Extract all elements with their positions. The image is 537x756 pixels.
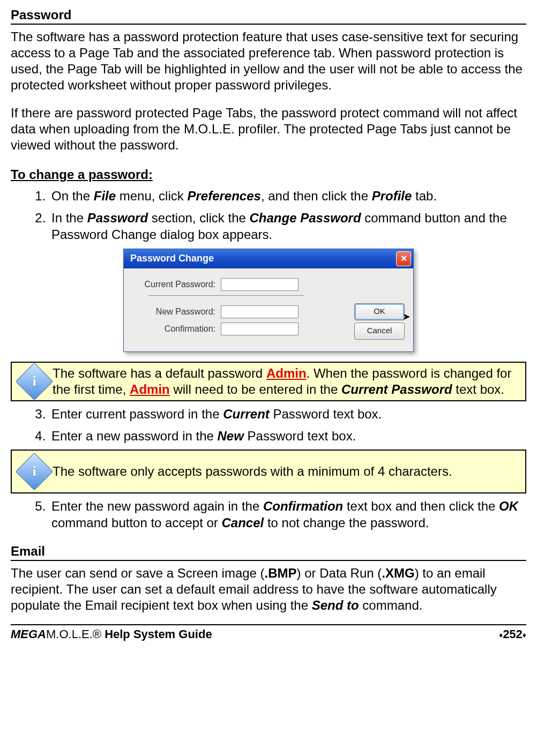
cancel-button[interactable]: Cancel	[354, 323, 405, 340]
dialog-title: Password Change	[130, 253, 214, 264]
step-1: On the File menu, click Preferences, and…	[49, 188, 526, 204]
password-description-1: The software has a password protection f…	[11, 29, 526, 93]
step-4: Enter a new password in the New Password…	[49, 428, 526, 444]
section-heading-email: Email	[11, 544, 526, 561]
change-password-heading: To change a password:	[11, 167, 526, 182]
dialog-close-button[interactable]: ✕	[396, 251, 411, 266]
new-password-input[interactable]	[221, 305, 299, 318]
step-2: In the Password section, click the Chang…	[49, 209, 526, 243]
confirmation-input[interactable]	[221, 323, 299, 335]
cursor-icon: ➤	[402, 309, 411, 324]
email-description: The user can send or save a Screen image…	[11, 565, 526, 613]
info-note-default-password: i The software has a default password Ad…	[11, 362, 526, 401]
step-3: Enter current password in the Current Pa…	[49, 406, 526, 422]
password-description-2: If there are password protected Page Tab…	[11, 105, 526, 153]
page-footer: MEGAM.O.L.E.® Help System Guide ♦252♦	[11, 627, 526, 647]
section-heading-password: Password	[11, 8, 526, 25]
info-note-min-chars: i The software only accepts passwords wi…	[11, 450, 526, 493]
current-password-input[interactable]	[221, 278, 299, 291]
password-change-dialog: Password Change ✕ Current Password: New …	[123, 249, 414, 352]
info-icon: i	[21, 368, 48, 395]
dialog-titlebar: Password Change ✕	[124, 249, 413, 268]
close-icon: ✕	[400, 255, 407, 263]
step-5: Enter the new password again in the Conf…	[49, 498, 526, 531]
label-confirmation: Confirmation:	[132, 324, 221, 334]
label-current-password: Current Password:	[132, 280, 221, 289]
label-new-password: New Password:	[132, 307, 221, 317]
ok-button[interactable]: OK ➤	[354, 303, 405, 320]
info-icon: i	[21, 458, 48, 485]
